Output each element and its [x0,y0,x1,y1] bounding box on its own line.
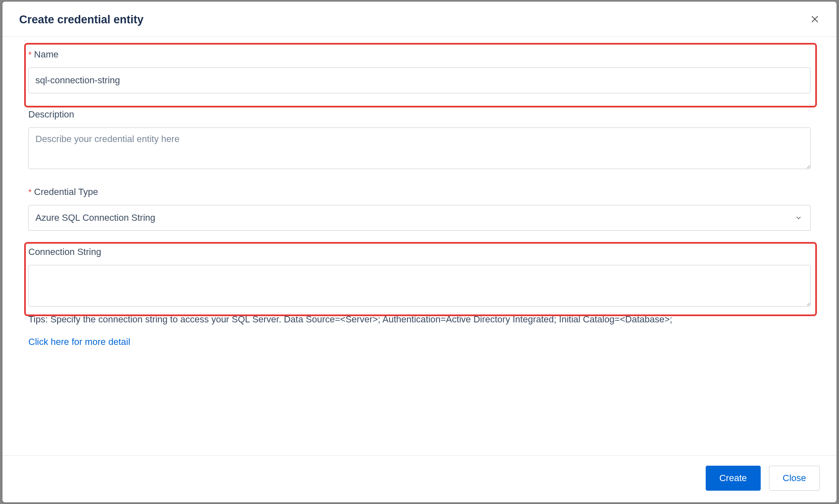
modal-title: Create credential entity [19,13,144,26]
connection-string-label: Connection String [28,247,811,257]
close-button[interactable]: Close [769,466,820,491]
modal-header: Create credential entity [2,2,837,37]
credential-type-select[interactable]: Azure SQL Connection String [28,205,811,231]
credential-type-group: Credential Type Azure SQL Connection Str… [28,187,811,231]
connection-string-input[interactable] [28,265,811,307]
close-icon[interactable] [810,14,820,26]
modal-footer: Create Close [2,455,837,502]
credential-type-value: Azure SQL Connection String [35,212,155,223]
modal-body: Name Description Credential Type Azure S… [2,37,837,455]
description-group: Description [28,109,811,171]
name-input[interactable] [28,67,811,93]
name-group: Name [28,49,811,93]
credential-type-label: Credential Type [28,187,811,197]
name-label: Name [28,49,811,60]
create-button[interactable]: Create [706,466,761,491]
create-credential-modal: Create credential entity Name Descriptio… [2,2,837,502]
description-input[interactable] [28,127,811,169]
description-label: Description [28,109,811,120]
more-detail-link[interactable]: Click here for more detail [28,337,130,347]
connection-string-group: Connection String Tips: Specify the conn… [28,247,811,347]
connection-string-tips: Tips: Specify the connection string to a… [28,314,811,325]
